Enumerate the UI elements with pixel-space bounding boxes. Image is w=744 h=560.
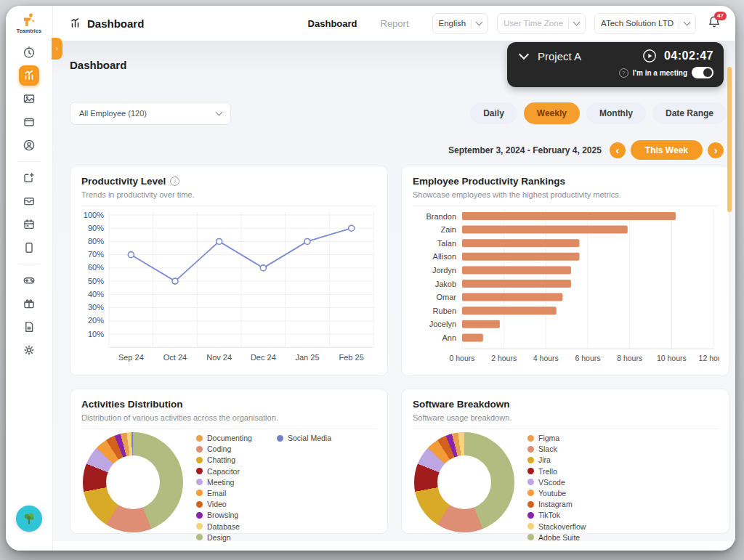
info-icon[interactable]: i [170, 176, 179, 186]
legend-item[interactable]: Figma [527, 434, 586, 442]
legend-item[interactable]: Jira [527, 455, 586, 464]
reports-icon[interactable] [19, 317, 39, 337]
legend-dot [277, 435, 283, 442]
legend-item[interactable]: Design [196, 533, 252, 542]
legend-dot [527, 501, 534, 508]
legend-label: TikTok [538, 511, 560, 519]
legend-item[interactable]: Coding [196, 445, 252, 453]
timezone-select[interactable]: User Time Zone [497, 13, 586, 34]
legend-column: Social Media [277, 434, 331, 542]
device-icon[interactable] [19, 238, 39, 258]
legend-label: Trello [538, 467, 557, 476]
legend-dot [196, 490, 203, 496]
legend-item[interactable]: Email [196, 489, 252, 498]
svg-text:20%: 20% [88, 316, 104, 325]
sidebar-collapse-toggle[interactable]: › [52, 38, 62, 60]
project-add-icon[interactable] [19, 168, 39, 188]
activities-distribution-card: Activities Distribution Distribution of … [70, 389, 388, 534]
play-button[interactable] [642, 49, 657, 63]
user-avatar[interactable] [16, 506, 42, 532]
window-title: Dashboard [87, 17, 144, 30]
legend-item[interactable]: Instagram [527, 500, 586, 508]
tab-weekly[interactable]: Weekly [524, 102, 580, 124]
chevron-right-icon: › [714, 145, 718, 156]
svg-text:6 hours: 6 hours [575, 354, 600, 362]
prev-week-button[interactable]: ‹ [610, 142, 626, 158]
games-icon[interactable] [19, 270, 39, 291]
app-window: Teamtrics [6, 6, 735, 551]
screenshots-icon[interactable] [19, 89, 39, 109]
settings-icon[interactable] [19, 340, 39, 360]
brand-name: Teamtrics [17, 28, 41, 33]
svg-text:Oct 24: Oct 24 [163, 353, 187, 362]
nav-dashboard[interactable]: Dashboard [308, 18, 357, 29]
timer-clock: 04:02:47 [664, 49, 713, 62]
donut-hole [437, 455, 491, 509]
svg-text:Jordyn: Jordyn [432, 266, 456, 275]
legend-item[interactable]: Youtube [527, 489, 586, 498]
legend-dot [196, 435, 203, 442]
company-select[interactable]: ATech Solution LTD [594, 13, 696, 34]
meeting-toggle[interactable] [692, 67, 713, 78]
next-week-button[interactable]: › [708, 142, 724, 158]
chevron-right-icon: › [56, 45, 58, 52]
svg-text:30%: 30% [88, 303, 104, 312]
legend-item[interactable]: TikTok [527, 511, 586, 519]
user-icon[interactable] [19, 135, 39, 155]
legend-item[interactable]: Documenting [196, 434, 252, 442]
legend-dot [527, 490, 534, 496]
tab-date-range[interactable]: Date Range [652, 102, 727, 124]
legend-item[interactable]: Adobe Suite [527, 533, 586, 542]
svg-text:10 hours: 10 hours [657, 354, 687, 362]
rankings-bar-chart: 0 hours2 hours4 hours6 hours8 hours10 ho… [413, 208, 719, 364]
card-subtitle: Showcase employees with the highest prod… [413, 190, 718, 199]
legend-dot [527, 512, 534, 519]
tab-monthly[interactable]: Monthly [586, 102, 646, 124]
legend-dot [196, 446, 203, 453]
language-select[interactable]: English [432, 13, 489, 34]
legend-item[interactable]: Slack [527, 445, 586, 453]
scrollbar-thumb[interactable] [727, 67, 732, 212]
chevron-down-icon [684, 18, 691, 25]
card-title: Activities Distribution [81, 399, 183, 410]
legend-item[interactable]: Social Media [277, 434, 331, 442]
legend-item[interactable]: Meeting [196, 478, 252, 487]
timer-icon[interactable] [19, 42, 39, 62]
legend-column: DocumentingCodingChattingCapacitorMeetin… [196, 434, 252, 542]
legend-label: Jira [538, 455, 551, 464]
meeting-label: I'm in a meeting [633, 69, 687, 77]
employee-select[interactable]: All Employee (120) [70, 102, 231, 125]
calendar-icon[interactable] [19, 214, 39, 235]
svg-text:80%: 80% [88, 237, 104, 245]
svg-text:50%: 50% [88, 277, 104, 285]
analytics-icon[interactable] [19, 65, 39, 86]
svg-text:Zain: Zain [441, 225, 456, 234]
legend-label: Chatting [207, 455, 235, 464]
language-value: English [439, 19, 466, 28]
legend-label: Coding [207, 445, 231, 453]
legend-item[interactable]: VScode [527, 478, 586, 487]
legend-column: FigmaSlackJiraTrelloVScodeYoutubeInstagr… [527, 434, 586, 542]
legend-item[interactable]: Database [196, 522, 252, 531]
chevron-down-icon[interactable] [519, 49, 529, 60]
apps-window-icon[interactable] [19, 112, 39, 132]
archive-icon[interactable] [19, 191, 39, 211]
legend-item[interactable]: Stackoverflow [527, 522, 586, 531]
notifications-button[interactable]: 47 [708, 15, 721, 32]
nav-report[interactable]: Report [381, 18, 409, 29]
svg-text:70%: 70% [88, 250, 104, 259]
legend-item[interactable]: Capacitor [196, 467, 252, 476]
rewards-icon[interactable] [19, 293, 39, 314]
tab-daily[interactable]: Daily [470, 102, 517, 124]
this-week-button[interactable]: This Week [631, 140, 703, 160]
legend-item[interactable]: Chatting [196, 455, 252, 464]
software-legend: FigmaSlackJiraTrelloVScodeYoutubeInstagr… [527, 434, 586, 542]
legend-item[interactable]: Browsing [196, 511, 252, 519]
legend-label: Video [207, 500, 227, 508]
svg-text:Ruben: Ruben [433, 307, 456, 315]
legend-label: Youtube [538, 489, 566, 498]
legend-item[interactable]: Trello [527, 467, 586, 476]
legend-dot [196, 523, 203, 529]
legend-item[interactable]: Video [196, 500, 252, 508]
legend-dot [527, 523, 534, 529]
